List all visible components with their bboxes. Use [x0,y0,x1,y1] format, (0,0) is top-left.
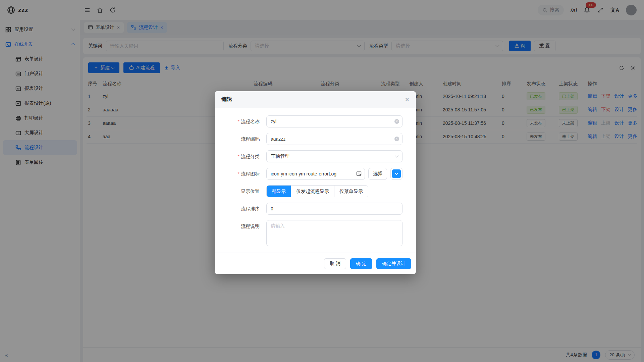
edit-dialog: 编辑 × 流程名称 × 流程编码 × 流程分类 [215,91,416,274]
flow-icon-input[interactable] [266,168,365,180]
flow-description-textarea[interactable] [266,220,402,246]
flow-sort-input[interactable] [266,203,402,215]
flow-name-label: 流程名称 [215,115,264,127]
confirm-button[interactable]: 确 定 [350,258,372,269]
clear-icon[interactable]: × [394,137,399,141]
route-errorlog-icon [394,171,399,176]
flow-category-select[interactable]: 车辆管理 [266,150,402,162]
field-row-flow-icon: 流程图标 选择 [215,168,416,180]
field-row-flow-description: 流程说明 [215,220,416,247]
choose-icon-button[interactable]: 选择 [368,168,387,180]
segment-option-menu-only[interactable]: 仅菜单显示 [334,186,368,197]
display-position-label: 显示位置 [215,185,264,197]
flow-category-label: 流程分类 [215,150,264,162]
modal-title: 编辑 [221,96,232,103]
segment-option-initiate-only[interactable]: 仅发起流程显示 [291,186,334,197]
field-row-flow-sort: 流程排序 [215,203,416,215]
modal-footer: 取 消 确 定 确定并设计 [215,253,416,274]
flow-code-label: 流程编码 [215,133,264,145]
flow-description-label: 流程说明 [215,220,264,232]
display-position-segmented: 都显示 仅发起流程显示 仅菜单显示 [266,185,368,197]
field-row-flow-name: 流程名称 × [215,115,416,127]
icon-preview-frame [390,168,402,180]
flow-icon-label: 流程图标 [215,168,264,180]
field-row-flow-code: 流程编码 × [215,133,416,145]
modal-header: 编辑 × [215,91,416,108]
flow-name-input[interactable] [266,115,402,127]
field-row-display-position: 显示位置 都显示 仅发起流程显示 仅菜单显示 [215,185,416,197]
close-icon[interactable]: × [405,96,409,103]
modal-body: 流程名称 × 流程编码 × 流程分类 车辆管理 [215,108,416,253]
flow-icon-preview[interactable] [392,169,401,178]
chevron-down-icon [395,154,398,157]
field-row-flow-category: 流程分类 车辆管理 [215,150,416,162]
confirm-and-design-button[interactable]: 确定并设计 [376,258,411,269]
icon-picker-icon[interactable] [356,171,362,177]
clear-icon[interactable]: × [394,119,399,124]
app-root: zzz 应用设置 在线开发 表单设计 [0,0,644,362]
cancel-button[interactable]: 取 消 [324,258,346,269]
flow-sort-label: 流程排序 [215,203,264,215]
segment-option-all[interactable]: 都显示 [267,186,291,197]
flow-category-value: 车辆管理 [271,153,289,159]
flow-code-input[interactable] [266,133,402,145]
